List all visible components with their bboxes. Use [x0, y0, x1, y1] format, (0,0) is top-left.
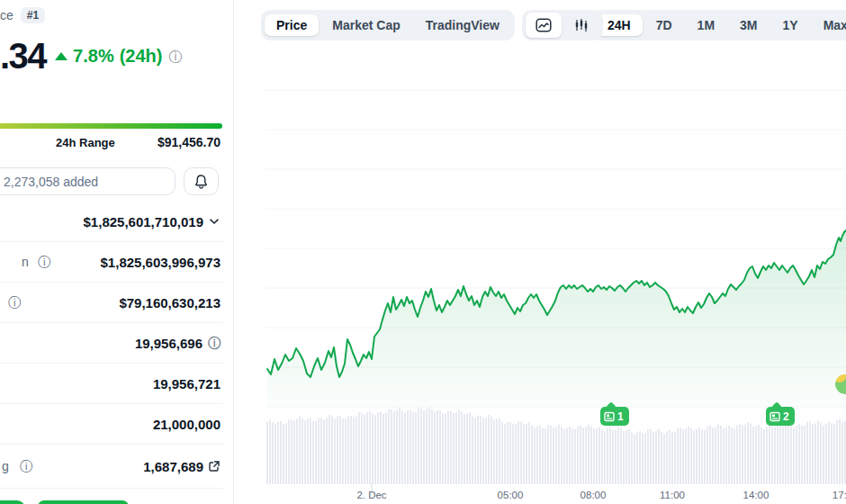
coin-stats-sidebar: ce #1 .34 7.8% (24h) ⓘ 24h Range $91,456…	[0, 0, 223, 504]
price-up-arrow-icon	[55, 52, 68, 60]
price-alert-button[interactable]	[184, 167, 219, 195]
candlestick-chart-icon	[572, 16, 590, 34]
chevron-down-icon[interactable]	[208, 215, 220, 228]
label-fragment: g	[2, 459, 9, 473]
volume-value: $79,160,630,213	[119, 295, 220, 310]
portfolio-row: 2,273,058 added	[0, 167, 223, 195]
marker-label: 2	[783, 410, 789, 423]
rank-badge: #1	[21, 7, 45, 23]
add-to-portfolio-button[interactable]: 2,273,058 added	[0, 167, 176, 195]
watching-value: 1,687,689	[143, 459, 203, 474]
chart-tab-group: Price Market Cap TradingView	[261, 10, 515, 40]
range-progress-bar	[0, 123, 222, 129]
tab-market-cap[interactable]: Market Cap	[320, 14, 411, 36]
stat-row-fdv: n ⓘ $1,825,603,996,973	[0, 242, 223, 283]
info-icon[interactable]: ⓘ	[38, 256, 50, 268]
info-icon[interactable]: ⓘ	[169, 50, 183, 63]
fdv-value: $1,825,603,996,973	[101, 255, 220, 270]
market-cap-value: $1,825,601,710,019	[84, 214, 203, 230]
info-icon[interactable]: ⓘ	[208, 337, 220, 349]
stats-table: $1,825,601,710,019 n ⓘ $1,825,603,996,97…	[0, 202, 223, 489]
price-row: .34 7.8% (24h) ⓘ	[0, 36, 183, 76]
line-chart-icon	[535, 16, 553, 34]
tab-price[interactable]: Price	[265, 14, 319, 36]
info-icon[interactable]: ⓘ	[8, 296, 21, 309]
bell-icon	[194, 174, 209, 190]
stat-row-volume: ⓘ $79,160,630,213	[0, 283, 223, 323]
coin-name-fragment: ce	[0, 8, 14, 22]
candlestick-chart-button[interactable]	[563, 13, 599, 38]
external-link-icon[interactable]	[208, 460, 220, 472]
stat-row-total-supply: 19,956,721	[0, 364, 223, 404]
chart-type-group	[522, 10, 603, 40]
line-chart-button[interactable]	[526, 13, 562, 38]
range-high-value: $91,456.70	[158, 135, 223, 149]
news-event-marker-2[interactable]: 2	[766, 407, 795, 426]
range-labels: 24h Range $91,456.70	[0, 135, 223, 149]
volume-bars	[266, 407, 846, 484]
info-icon[interactable]: ⓘ	[20, 460, 32, 472]
label-fragment: n	[22, 255, 29, 269]
stat-row-watching: g ⓘ 1,687,689	[0, 445, 223, 489]
coin-header: ce #1	[0, 7, 45, 23]
range-label: 24h Range	[56, 136, 115, 149]
newspaper-icon	[770, 411, 780, 422]
max-supply-value: 21,000,000	[153, 417, 220, 432]
news-event-marker-1[interactable]: 1	[600, 407, 629, 426]
coin-price: .34	[0, 36, 46, 76]
price-change-period: (24h)	[120, 46, 163, 67]
exchange-button[interactable]	[38, 500, 129, 504]
price-area-fill	[267, 230, 846, 407]
tab-tradingview[interactable]: TradingView	[414, 14, 511, 36]
total-supply-value: 19,956,721	[153, 376, 220, 392]
circulating-supply-value: 19,956,696	[135, 336, 202, 351]
marker-label: 1	[617, 410, 624, 423]
stat-row-market-cap[interactable]: $1,825,601,710,019	[0, 202, 223, 242]
stat-row-circulating-supply: 19,956,696 ⓘ	[0, 323, 223, 364]
price-change-percent: 7.8%	[73, 46, 114, 67]
newspaper-icon	[604, 411, 615, 422]
chart-toolbar: Price Market Cap TradingView	[261, 10, 603, 40]
stat-row-max-supply: 21,000,000	[0, 404, 223, 445]
buy-button[interactable]	[0, 500, 25, 504]
portfolio-added-count: 2,273,058 added	[4, 175, 98, 189]
